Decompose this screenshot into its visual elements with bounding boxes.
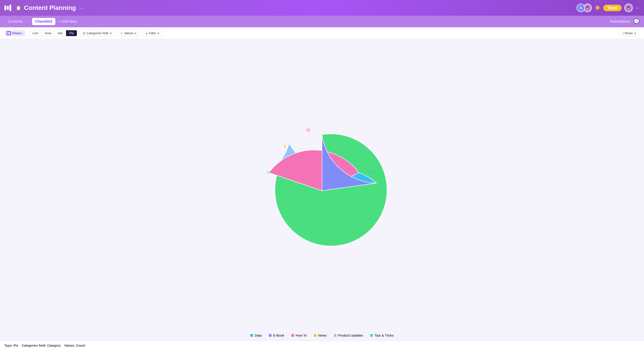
legend-label: Data [254, 334, 262, 337]
values-check-icon: ✓ [120, 31, 123, 35]
contents-more[interactable]: ··· [25, 20, 28, 24]
automations-button[interactable]: Automations [610, 20, 630, 24]
views-grid-icon [7, 31, 11, 35]
chart-container: 67 2 13 31 10 1 [250, 44, 394, 329]
legend-label: Product Updates [338, 334, 363, 337]
avatar-stack: A 👩 [576, 4, 592, 12]
page-title: Content Planning [24, 4, 76, 12]
label-data: 10 [368, 170, 373, 174]
legend-label: Tips & Tricks [374, 334, 394, 337]
toolbar: Views › Line Area Bar Pie ◎ Categories f… [0, 27, 644, 39]
categories-chevron-icon: ∨ [110, 31, 112, 35]
views-button[interactable]: Views › [4, 30, 25, 36]
legend-dot [269, 334, 272, 337]
user-avatar[interactable]: 👩 [624, 4, 633, 12]
legend-item-tips-&-tricks: Tips & Tricks [370, 334, 394, 337]
filter-button[interactable]: ⊿ Filter ∨ [142, 30, 162, 36]
legend-label: E-Book [273, 334, 284, 337]
add-new-button[interactable]: + Add New [55, 18, 80, 25]
legend-item-how-to: How To [291, 334, 307, 337]
pie-chart: 67 2 13 31 10 1 [255, 124, 389, 249]
logo-bar-1 [4, 6, 6, 10]
legend-dot [314, 334, 316, 337]
team-button[interactable]: Team [603, 5, 622, 11]
legend-item-data: Data [250, 334, 262, 337]
legend-label: News [318, 334, 327, 337]
type-value: Pie [14, 344, 18, 347]
categories-field-button[interactable]: ◎ Categories field ∨ [80, 30, 114, 36]
category-icon: ◎ [83, 31, 85, 35]
chat-icon[interactable]: 💬 [634, 18, 640, 24]
label-news: 2 [284, 144, 286, 148]
chart-type-area[interactable]: Area [42, 30, 55, 36]
filter-icon: ⊿ [145, 31, 148, 35]
legend-item-product-updates: Product Updates [334, 334, 363, 337]
main-content: 67 2 13 31 10 1 Data E-Book How To News … [0, 39, 644, 350]
values-value: Count [76, 344, 85, 347]
categories-value: Category [47, 344, 61, 347]
tab-contents[interactable]: Contents ··· [4, 18, 32, 25]
tab-bar: Contents ··· Checklist + Add New Automat… [0, 16, 644, 27]
share-icon: ⟨ [622, 31, 624, 35]
type-label: Type: [4, 344, 12, 347]
tab-checklist[interactable]: Checklist [32, 18, 55, 25]
values-chevron-icon: ∨ [134, 31, 137, 35]
header-overflow-icon[interactable]: ··· [636, 5, 640, 11]
values-label: Values: [64, 344, 75, 347]
legend-label: How To [296, 334, 307, 337]
legend-dot [334, 334, 336, 337]
label-ebook: 1 [368, 178, 370, 182]
categories-label: Categories field: [22, 344, 46, 347]
header: 📋 Content Planning ··· A 👩 ☀️ Team 👩 ··· [0, 0, 644, 16]
chart-type-pie[interactable]: Pie [66, 30, 77, 36]
legend-item-news: News [314, 334, 327, 337]
share-button[interactable]: ⟨ Share ∨ [619, 30, 640, 36]
logo-bar-3 [10, 5, 11, 11]
label-product-updates: 13 [266, 171, 270, 174]
theme-toggle-icon[interactable]: ☀️ [594, 5, 600, 11]
header-more-button[interactable]: ··· [80, 6, 83, 10]
legend-dot [250, 334, 253, 337]
share-chevron-icon: ∨ [634, 31, 636, 35]
avatar-1[interactable]: A [576, 4, 585, 12]
legend-dot [370, 334, 373, 337]
chart-type-line[interactable]: Line [29, 30, 42, 36]
legend-item-e-book: E-Book [269, 334, 284, 337]
header-right: A 👩 ☀️ Team 👩 ··· [576, 4, 640, 12]
chart-legend: Data E-Book How To News Product Updates … [250, 334, 394, 337]
label-tips-tricks: 67 [324, 228, 328, 231]
doc-icon: 📋 [16, 5, 21, 10]
views-chevron-icon: › [22, 31, 23, 35]
chart-type-group: Line Area Bar Pie [29, 30, 77, 36]
filter-chevron-icon: ∨ [157, 31, 160, 35]
label-how-to: 31 [306, 128, 310, 132]
logo [4, 5, 11, 11]
chart-type-bar[interactable]: Bar [55, 30, 66, 36]
logo-bar-2 [7, 6, 9, 10]
values-button[interactable]: ✓ Values ∨ [118, 30, 140, 36]
footer-info: Type: Pie Categories field: Category Val… [0, 341, 644, 350]
legend-dot [291, 334, 294, 337]
